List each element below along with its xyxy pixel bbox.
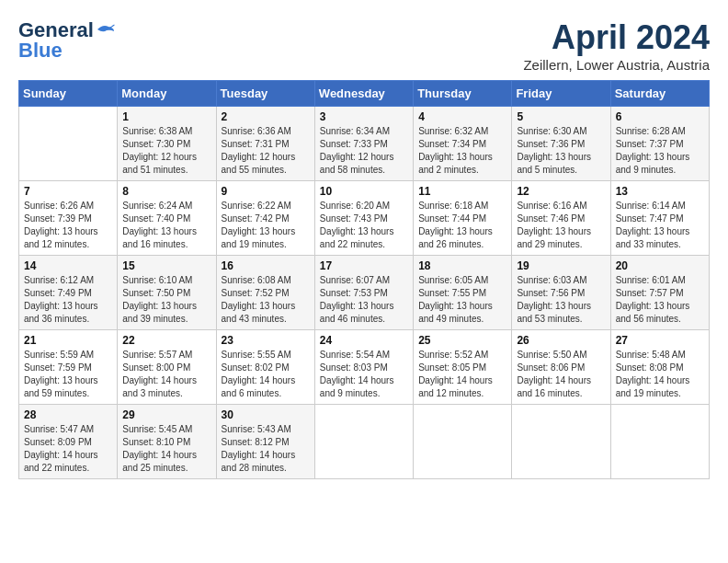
day-number: 8	[122, 185, 210, 198]
day-info: Sunrise: 6:28 AM Sunset: 7:37 PM Dayligh…	[616, 125, 704, 177]
calendar-cell: 24Sunrise: 5:54 AM Sunset: 8:03 PM Dayli…	[314, 330, 413, 405]
day-info: Sunrise: 6:20 AM Sunset: 7:43 PM Dayligh…	[320, 200, 408, 251]
day-number: 1	[122, 110, 210, 123]
calendar-week-4: 21Sunrise: 5:59 AM Sunset: 7:59 PM Dayli…	[19, 330, 710, 405]
calendar-cell: 29Sunrise: 5:45 AM Sunset: 8:10 PM Dayli…	[118, 405, 216, 479]
day-number: 13	[616, 185, 704, 198]
weekday-header-wednesday: Wednesday	[314, 81, 413, 107]
day-number: 14	[24, 259, 112, 272]
day-number: 28	[24, 408, 112, 421]
day-info: Sunrise: 5:59 AM Sunset: 7:59 PM Dayligh…	[24, 349, 112, 400]
day-number: 29	[122, 408, 210, 421]
logo-bird-icon	[96, 22, 116, 39]
weekday-header-monday: Monday	[118, 81, 216, 107]
logo: General Blue	[18, 18, 116, 63]
calendar-cell: 17Sunrise: 6:07 AM Sunset: 7:53 PM Dayli…	[314, 256, 413, 330]
day-info: Sunrise: 6:10 AM Sunset: 7:50 PM Dayligh…	[122, 274, 210, 326]
day-info: Sunrise: 5:47 AM Sunset: 8:09 PM Dayligh…	[24, 423, 112, 475]
weekday-header-thursday: Thursday	[414, 81, 512, 107]
calendar-cell: 3Sunrise: 6:34 AM Sunset: 7:33 PM Daylig…	[314, 107, 413, 181]
day-number: 3	[320, 110, 408, 123]
day-number: 2	[222, 110, 310, 123]
logo-blue: Blue	[18, 39, 63, 63]
month-title: April 2024	[523, 18, 710, 57]
calendar-cell: 18Sunrise: 6:05 AM Sunset: 7:55 PM Dayli…	[414, 256, 512, 330]
day-info: Sunrise: 5:57 AM Sunset: 8:00 PM Dayligh…	[122, 349, 210, 400]
calendar-cell: 14Sunrise: 6:12 AM Sunset: 7:49 PM Dayli…	[19, 256, 118, 330]
day-info: Sunrise: 6:36 AM Sunset: 7:31 PM Dayligh…	[222, 125, 310, 177]
calendar-cell: 20Sunrise: 6:01 AM Sunset: 7:57 PM Dayli…	[610, 256, 709, 330]
day-number: 10	[320, 185, 408, 198]
day-info: Sunrise: 6:22 AM Sunset: 7:42 PM Dayligh…	[222, 200, 310, 251]
calendar-cell	[610, 405, 709, 479]
location: Zeillern, Lower Austria, Austria	[523, 57, 710, 73]
day-info: Sunrise: 6:08 AM Sunset: 7:52 PM Dayligh…	[222, 274, 310, 326]
calendar-week-5: 28Sunrise: 5:47 AM Sunset: 8:09 PM Dayli…	[19, 405, 710, 479]
day-number: 17	[320, 259, 408, 272]
day-info: Sunrise: 6:16 AM Sunset: 7:46 PM Dayligh…	[517, 200, 605, 251]
calendar-cell: 26Sunrise: 5:50 AM Sunset: 8:06 PM Dayli…	[512, 330, 610, 405]
day-info: Sunrise: 5:45 AM Sunset: 8:10 PM Dayligh…	[122, 423, 210, 475]
calendar-cell: 5Sunrise: 6:30 AM Sunset: 7:36 PM Daylig…	[512, 107, 610, 181]
calendar-week-1: 1Sunrise: 6:38 AM Sunset: 7:30 PM Daylig…	[19, 107, 710, 181]
day-number: 25	[418, 334, 506, 347]
day-number: 21	[24, 334, 112, 347]
day-number: 12	[517, 185, 605, 198]
day-info: Sunrise: 5:50 AM Sunset: 8:06 PM Dayligh…	[517, 349, 605, 400]
day-number: 7	[24, 185, 112, 198]
calendar-cell: 4Sunrise: 6:32 AM Sunset: 7:34 PM Daylig…	[414, 107, 512, 181]
calendar-cell: 7Sunrise: 6:26 AM Sunset: 7:39 PM Daylig…	[19, 181, 118, 256]
calendar-cell: 10Sunrise: 6:20 AM Sunset: 7:43 PM Dayli…	[314, 181, 413, 256]
day-number: 27	[616, 334, 704, 347]
calendar-cell: 19Sunrise: 6:03 AM Sunset: 7:56 PM Dayli…	[512, 256, 610, 330]
weekday-header-friday: Friday	[512, 81, 610, 107]
calendar-cell: 8Sunrise: 6:24 AM Sunset: 7:40 PM Daylig…	[118, 181, 216, 256]
day-info: Sunrise: 6:30 AM Sunset: 7:36 PM Dayligh…	[517, 125, 605, 177]
calendar-cell: 27Sunrise: 5:48 AM Sunset: 8:08 PM Dayli…	[610, 330, 709, 405]
day-info: Sunrise: 6:03 AM Sunset: 7:56 PM Dayligh…	[517, 274, 605, 326]
day-info: Sunrise: 6:32 AM Sunset: 7:34 PM Dayligh…	[418, 125, 506, 177]
calendar-cell	[314, 405, 413, 479]
calendar-cell: 30Sunrise: 5:43 AM Sunset: 8:12 PM Dayli…	[216, 405, 314, 479]
calendar-cell: 12Sunrise: 6:16 AM Sunset: 7:46 PM Dayli…	[512, 181, 610, 256]
day-number: 26	[517, 334, 605, 347]
calendar-week-2: 7Sunrise: 6:26 AM Sunset: 7:39 PM Daylig…	[19, 181, 710, 256]
calendar-cell: 9Sunrise: 6:22 AM Sunset: 7:42 PM Daylig…	[216, 181, 314, 256]
weekday-header-tuesday: Tuesday	[216, 81, 314, 107]
day-number: 30	[222, 408, 310, 421]
calendar-cell: 21Sunrise: 5:59 AM Sunset: 7:59 PM Dayli…	[19, 330, 118, 405]
day-info: Sunrise: 5:54 AM Sunset: 8:03 PM Dayligh…	[320, 349, 408, 400]
calendar-cell: 22Sunrise: 5:57 AM Sunset: 8:00 PM Dayli…	[118, 330, 216, 405]
day-info: Sunrise: 6:07 AM Sunset: 7:53 PM Dayligh…	[320, 274, 408, 326]
calendar-cell: 16Sunrise: 6:08 AM Sunset: 7:52 PM Dayli…	[216, 256, 314, 330]
day-info: Sunrise: 5:55 AM Sunset: 8:02 PM Dayligh…	[222, 349, 310, 400]
calendar-cell: 6Sunrise: 6:28 AM Sunset: 7:37 PM Daylig…	[610, 107, 709, 181]
day-info: Sunrise: 6:12 AM Sunset: 7:49 PM Dayligh…	[24, 274, 112, 326]
title-block: April 2024 Zeillern, Lower Austria, Aust…	[523, 18, 710, 73]
day-info: Sunrise: 6:24 AM Sunset: 7:40 PM Dayligh…	[122, 200, 210, 251]
day-number: 11	[418, 185, 506, 198]
weekday-header-saturday: Saturday	[610, 81, 709, 107]
calendar-cell: 28Sunrise: 5:47 AM Sunset: 8:09 PM Dayli…	[19, 405, 118, 479]
day-number: 19	[517, 259, 605, 272]
day-info: Sunrise: 6:34 AM Sunset: 7:33 PM Dayligh…	[320, 125, 408, 177]
calendar-cell	[512, 405, 610, 479]
day-number: 16	[222, 259, 310, 272]
calendar-week-3: 14Sunrise: 6:12 AM Sunset: 7:49 PM Dayli…	[19, 256, 710, 330]
calendar-cell: 11Sunrise: 6:18 AM Sunset: 7:44 PM Dayli…	[414, 181, 512, 256]
day-number: 23	[222, 334, 310, 347]
day-number: 20	[616, 259, 704, 272]
page-header: General Blue April 2024 Zeillern, Lower …	[18, 18, 710, 73]
day-number: 5	[517, 110, 605, 123]
day-info: Sunrise: 6:18 AM Sunset: 7:44 PM Dayligh…	[418, 200, 506, 251]
day-number: 6	[616, 110, 704, 123]
day-info: Sunrise: 6:05 AM Sunset: 7:55 PM Dayligh…	[418, 274, 506, 326]
calendar-cell	[414, 405, 512, 479]
day-info: Sunrise: 6:01 AM Sunset: 7:57 PM Dayligh…	[616, 274, 704, 326]
calendar-cell: 2Sunrise: 6:36 AM Sunset: 7:31 PM Daylig…	[216, 107, 314, 181]
day-number: 9	[222, 185, 310, 198]
day-number: 15	[122, 259, 210, 272]
day-number: 24	[320, 334, 408, 347]
day-info: Sunrise: 5:43 AM Sunset: 8:12 PM Dayligh…	[222, 423, 310, 475]
weekday-header-row: SundayMondayTuesdayWednesdayThursdayFrid…	[19, 81, 710, 107]
